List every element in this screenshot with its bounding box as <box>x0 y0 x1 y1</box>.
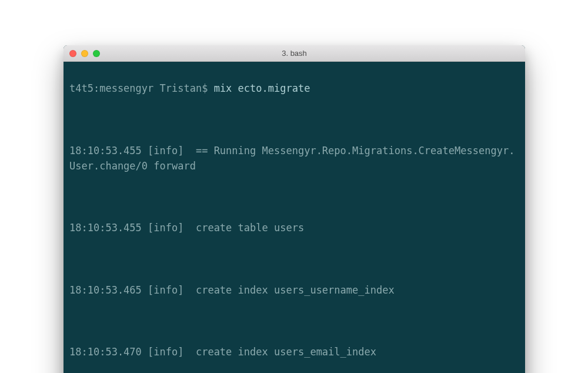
minimize-icon[interactable] <box>81 50 88 57</box>
terminal-output-line: 18:10:53.465 [info] create index users_u… <box>69 282 519 298</box>
terminal-line: t4t5:messengyr Tristan$ mix ecto.migrate <box>69 81 519 96</box>
terminal-blank-line <box>69 314 519 329</box>
maximize-icon[interactable] <box>93 50 100 57</box>
window-title: 3. bash <box>64 49 525 58</box>
terminal-blank-line <box>69 112 519 127</box>
window-titlebar[interactable]: 3. bash <box>64 45 525 62</box>
terminal-window: 3. bash t4t5:messengyr Tristan$ mix ecto… <box>64 45 525 373</box>
terminal-output-line: 18:10:53.455 [info] create table users <box>69 220 519 235</box>
terminal-output-line: 18:10:53.470 [info] create index users_e… <box>69 344 519 359</box>
shell-command: mix ecto.migrate <box>214 82 310 94</box>
terminal-blank-line <box>69 251 519 267</box>
shell-prompt: t4t5:messengyr Tristan$ <box>69 82 214 94</box>
terminal-body[interactable]: t4t5:messengyr Tristan$ mix ecto.migrate… <box>64 62 525 373</box>
close-icon[interactable] <box>69 50 76 57</box>
terminal-blank-line <box>69 189 519 205</box>
terminal-output-line: 18:10:53.455 [info] == Running Messengyr… <box>69 143 519 174</box>
window-controls <box>64 50 100 57</box>
